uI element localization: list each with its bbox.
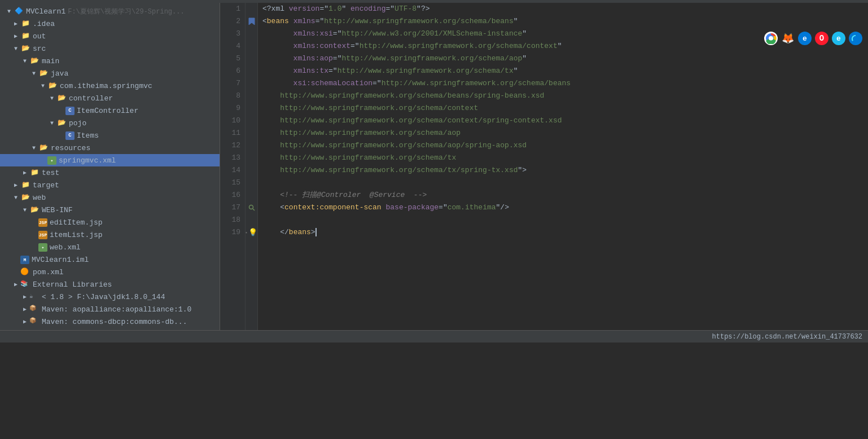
- sidebar-item-java[interactable]: java: [0, 67, 220, 80]
- folder-icon: [20, 193, 30, 202]
- sidebar-item-jdk[interactable]: ☕ < 1.8 > F:\Java\jdk1.8.0_144: [0, 291, 220, 303]
- arrow-icon: [20, 318, 29, 325]
- sidebar-item-springmvc-xml[interactable]: ✦ springmvc.xml: [0, 154, 220, 166]
- sidebar-item-src[interactable]: src: [0, 42, 220, 55]
- arrow-icon: [20, 293, 29, 300]
- line-num: 2: [220, 15, 240, 28]
- item-label: controller: [69, 94, 113, 103]
- sidebar-item-web[interactable]: web: [0, 191, 220, 204]
- item-label: pom.xml: [33, 268, 64, 276]
- gutter-cell-17: [246, 201, 257, 214]
- item-label: main: [42, 57, 59, 65]
- sidebar-item-test[interactable]: test: [0, 166, 220, 179]
- line-num: 17: [220, 201, 240, 214]
- sidebar-item-main[interactable]: main: [0, 55, 220, 67]
- arrow-icon: [11, 20, 20, 27]
- edge-old-icon[interactable]: e: [798, 32, 812, 45]
- line-num: 8: [220, 90, 240, 102]
- arrow-icon: [29, 71, 38, 77]
- code-line-13: http://www.springframework.org/schema/tx: [262, 152, 868, 164]
- gutter-cell-7: [246, 77, 257, 90]
- sidebar-item-webinf[interactable]: WEB-INF: [0, 204, 220, 216]
- code-line-15: [262, 177, 868, 189]
- sidebar-item-ext-libs[interactable]: 📚 External Libraries: [0, 278, 220, 291]
- code-line-10: http://www.springframework.org/schema/co…: [262, 115, 868, 127]
- ie-icon[interactable]: e: [832, 32, 845, 45]
- gutter-cell-14: [246, 164, 257, 177]
- sidebar-item-target[interactable]: target: [0, 179, 220, 191]
- item-label: Maven: aopalliance:aopalliance:1.0: [42, 305, 191, 314]
- sidebar-item-out[interactable]: out: [0, 30, 220, 42]
- item-label: Maven: commons-dbcp:commons-db...: [42, 318, 187, 326]
- line-num: 18: [220, 214, 240, 226]
- gutter-cell-1: [246, 3, 257, 15]
- code-line-14: http://www.springframework.org/schema/tx…: [262, 164, 868, 177]
- item-label: springmvc.xml: [59, 156, 116, 165]
- arrow-icon: [11, 33, 20, 39]
- project-root[interactable]: 🔷 MVClearn1 F:\夏锦辉\视频学习\29-Spring...: [0, 5, 220, 17]
- item-label: web.xml: [50, 243, 81, 252]
- sidebar-item-controller[interactable]: controller: [0, 92, 220, 104]
- item-label-items: Items: [77, 131, 99, 140]
- sidebar-item-idea[interactable]: .idea: [0, 17, 220, 30]
- bulb-icon: 💡: [248, 228, 257, 237]
- chrome-icon[interactable]: [764, 32, 778, 45]
- folder-icon: [20, 44, 30, 53]
- sidebar-item-itemcontroller[interactable]: C ItemController: [0, 104, 220, 117]
- code-line-12: http://www.springframework.org/schema/ao…: [262, 139, 868, 152]
- arrow-icon: [11, 182, 20, 188]
- edge-icon[interactable]: [849, 32, 862, 45]
- item-label: .idea: [33, 20, 55, 28]
- firefox-icon[interactable]: 🦊: [781, 32, 795, 45]
- sidebar-item-web-xml[interactable]: ✦ web.xml: [0, 241, 220, 253]
- line-num: 16: [220, 189, 240, 201]
- text-cursor: [315, 228, 317, 236]
- code-line-7: xsi:schemaLocation="http://www.springfra…: [262, 77, 868, 90]
- opera-icon[interactable]: O: [815, 32, 828, 45]
- folder-icon: [20, 181, 30, 190]
- sidebar-item-edititem[interactable]: JSP editItem.jsp: [0, 216, 220, 229]
- gutter-cell-2: [246, 15, 257, 28]
- code-line-18: [262, 214, 868, 226]
- gutter-cell-15: [246, 177, 257, 189]
- xml-icon: ✦: [38, 243, 47, 252]
- line-num: 12: [220, 139, 240, 152]
- code-line-17: <context:component-scan base-package="co…: [262, 201, 868, 214]
- item-label: test: [42, 169, 59, 177]
- gutter-cell-5: [246, 52, 257, 65]
- line-num: 7: [220, 77, 240, 90]
- arrow-icon: [20, 169, 29, 176]
- sidebar-item-maven-commons[interactable]: 📦 Maven: commons-dbcp:commons-db...: [0, 315, 220, 328]
- item-label: resources: [51, 144, 90, 152]
- search-gutter-icon: [248, 204, 255, 211]
- sidebar-item-items[interactable]: C Items: [0, 129, 220, 142]
- sidebar-item-pom[interactable]: 🟠 pom.xml: [0, 266, 220, 278]
- xml-icon: ✦: [47, 156, 56, 165]
- sidebar-item-itemlist[interactable]: JSP itemList.jsp: [0, 229, 220, 241]
- folder-icon: [20, 32, 30, 41]
- line-num: 19: [220, 226, 240, 239]
- line-num: 10: [220, 115, 240, 127]
- svg-line-2: [253, 209, 255, 210]
- folder-icon: [38, 143, 49, 152]
- arrow-icon: [47, 120, 56, 126]
- editor-content: 1 2 3 4 5 6 7 8 9 10 11 12 13 14 15 16 1: [220, 3, 868, 330]
- sidebar-item-resources[interactable]: resources: [0, 142, 220, 154]
- item-label: src: [33, 45, 46, 53]
- lock-icon: [246, 230, 247, 235]
- sidebar-item-maven-aop[interactable]: 📦 Maven: aopalliance:aopalliance:1.0: [0, 303, 220, 315]
- code-editor[interactable]: <?xml version="1.0" encoding="UTF-8"?> <…: [258, 3, 868, 330]
- gutter: 💡: [246, 3, 258, 330]
- item-label: WEB-INF: [42, 206, 73, 214]
- item-label: ItemController: [77, 107, 138, 115]
- project-icon: 🔷: [14, 7, 24, 16]
- sidebar-item-package[interactable]: com.itheima.springmvc: [0, 80, 220, 92]
- code-line-16: <!-- 扫描@Controler @Service -->: [262, 189, 868, 201]
- folder-icon: [29, 56, 40, 65]
- gutter-cell-6: [246, 65, 257, 77]
- svg-point-1: [249, 205, 253, 209]
- sidebar-item-iml[interactable]: M MVClearn1.iml: [0, 253, 220, 266]
- sidebar-item-pojo[interactable]: pojo: [0, 117, 220, 129]
- line-num: 1: [220, 3, 240, 15]
- folder-icon: [56, 118, 67, 128]
